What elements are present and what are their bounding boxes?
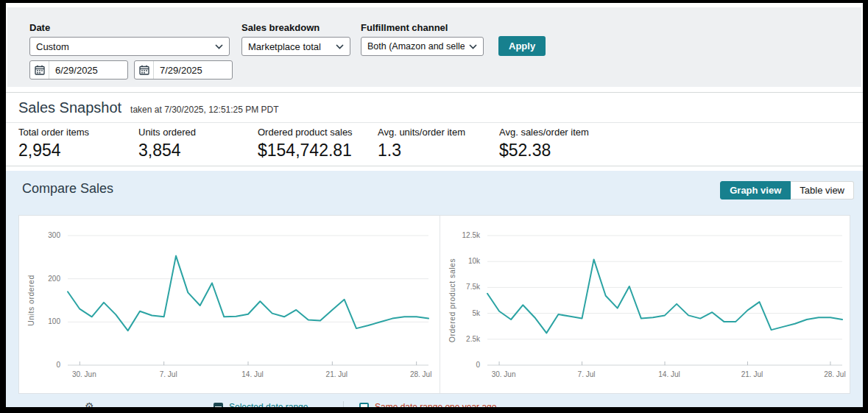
legend-label: Same date range one year ago — [375, 402, 496, 407]
svg-text:100: 100 — [48, 317, 60, 325]
gear-icon[interactable]: ⚙ — [85, 401, 94, 407]
svg-text:21. Jul: 21. Jul — [326, 370, 347, 378]
svg-text:21. Jul: 21. Jul — [741, 370, 763, 378]
calendar-icon[interactable] — [135, 61, 154, 79]
svg-text:200: 200 — [48, 275, 60, 283]
svg-text:0: 0 — [56, 361, 60, 369]
chevron-down-icon — [215, 44, 223, 49]
compare-sales-section: Compare Sales Graph view Table view 0100… — [6, 171, 863, 407]
svg-text:14. Jul: 14. Jul — [658, 370, 680, 378]
calendar-icon[interactable] — [30, 61, 49, 79]
metric-value: 1.3 — [378, 141, 465, 160]
units-ordered-chart: 010020030030. Jun7. Jul14. Jul21. Jul28.… — [19, 216, 440, 393]
start-date-field — [29, 60, 128, 80]
metric-total-order-items: Total order items 2,954 — [18, 127, 89, 160]
svg-text:7. Jul: 7. Jul — [578, 370, 596, 378]
date-range-selected-value: Custom — [36, 41, 211, 52]
snapshot-header: Sales Snapshot taken at 7/30/2025, 12:51… — [18, 99, 279, 116]
legend-label: Selected date range — [229, 402, 308, 407]
screen-frame: Date Custom Sales breakdown Marketplace — [0, 0, 868, 413]
divider — [343, 401, 344, 407]
graph-view-button[interactable]: Graph view — [720, 181, 791, 200]
sales-breakdown-label: Sales breakdown — [241, 22, 320, 33]
metric-avg-sales-per-order: Avg. sales/order item $52.38 — [499, 127, 589, 160]
fulfillment-channel-select[interactable]: Both (Amazon and seller) — [361, 37, 484, 56]
svg-text:Ordered product sales: Ordered product sales — [448, 258, 456, 342]
svg-text:5k: 5k — [472, 309, 481, 317]
date-label: Date — [29, 22, 50, 33]
metric-label: Ordered product sales — [258, 127, 353, 138]
end-date-input[interactable] — [154, 65, 224, 76]
apply-button[interactable]: Apply — [498, 36, 546, 56]
svg-text:7. Jul: 7. Jul — [160, 370, 177, 378]
metric-value: $52.38 — [499, 141, 589, 160]
compare-sales-title: Compare Sales — [22, 181, 113, 197]
snapshot-timestamp: taken at 7/30/2025, 12:51:25 PM PDT — [130, 105, 278, 115]
svg-text:7.5k: 7.5k — [466, 283, 481, 291]
previous-year-swatch-icon — [359, 403, 369, 408]
metric-value: 3,854 — [138, 141, 196, 160]
view-toggle: Graph view Table view — [720, 181, 854, 200]
chevron-down-icon — [336, 44, 344, 49]
svg-text:28. Jul: 28. Jul — [824, 370, 845, 378]
compare-charts-card: 010020030030. Jun7. Jul14. Jul21. Jul28.… — [18, 215, 850, 394]
metric-value: $154,742.81 — [258, 141, 353, 160]
sales-breakdown-select[interactable]: Marketplace total — [241, 37, 350, 56]
metric-label: Avg. units/order item — [378, 127, 465, 138]
chevron-down-icon — [469, 44, 477, 49]
legend-same-range-last-year[interactable]: Same date range one year ago — [359, 402, 496, 407]
fulfillment-channel-selected-value: Both (Amazon and seller) — [367, 41, 465, 52]
svg-text:30. Jun: 30. Jun — [72, 370, 96, 378]
svg-text:12.5k: 12.5k — [462, 231, 481, 239]
ordered-product-sales-chart: 02.5k5k7.5k10k12.5k30. Jun7. Jul14. Jul2… — [440, 216, 850, 393]
metric-value: 2,954 — [18, 141, 89, 160]
ordered-product-sales-line-chart: 02.5k5k7.5k10k12.5k30. Jun7. Jul14. Jul2… — [440, 216, 848, 393]
seller-dashboard-page: Date Custom Sales breakdown Marketplace — [6, 3, 863, 407]
metric-units-ordered: Units ordered 3,854 — [138, 127, 196, 160]
sales-breakdown-selected-value: Marketplace total — [248, 41, 331, 52]
metric-label: Total order items — [18, 127, 89, 138]
svg-text:30. Jun: 30. Jun — [492, 370, 516, 378]
selected-range-swatch-icon — [214, 403, 223, 408]
units-ordered-line-chart: 010020030030. Jun7. Jul14. Jul21. Jul28.… — [19, 216, 439, 393]
svg-text:2.5k: 2.5k — [466, 335, 481, 343]
metric-label: Units ordered — [138, 127, 196, 138]
fulfillment-channel-label: Fulfillment channel — [361, 22, 448, 33]
sales-snapshot-section: Sales Snapshot taken at 7/30/2025, 12:51… — [6, 92, 863, 166]
metric-ordered-product-sales: Ordered product sales $154,742.81 — [258, 127, 353, 160]
svg-text:10k: 10k — [468, 257, 481, 265]
metric-label: Avg. sales/order item — [499, 127, 589, 138]
svg-text:0: 0 — [476, 361, 480, 369]
svg-text:Units ordered: Units ordered — [27, 275, 35, 326]
filter-panel: Date Custom Sales breakdown Marketplace — [7, 7, 861, 87]
metric-avg-units-per-order: Avg. units/order item 1.3 — [378, 127, 465, 160]
date-range-select[interactable]: Custom — [29, 37, 230, 56]
snapshot-title: Sales Snapshot — [18, 99, 121, 116]
start-date-input[interactable] — [49, 65, 119, 76]
svg-text:300: 300 — [48, 231, 60, 239]
svg-text:14. Jul: 14. Jul — [241, 370, 263, 378]
chart-legend-row: ⚙ Selected date range Same date range on… — [6, 401, 863, 407]
svg-text:28. Jul: 28. Jul — [410, 370, 431, 378]
table-view-button[interactable]: Table view — [791, 181, 854, 200]
legend-selected-date-range[interactable]: Selected date range — [214, 402, 308, 407]
divider — [6, 122, 863, 123]
end-date-field — [134, 60, 233, 80]
